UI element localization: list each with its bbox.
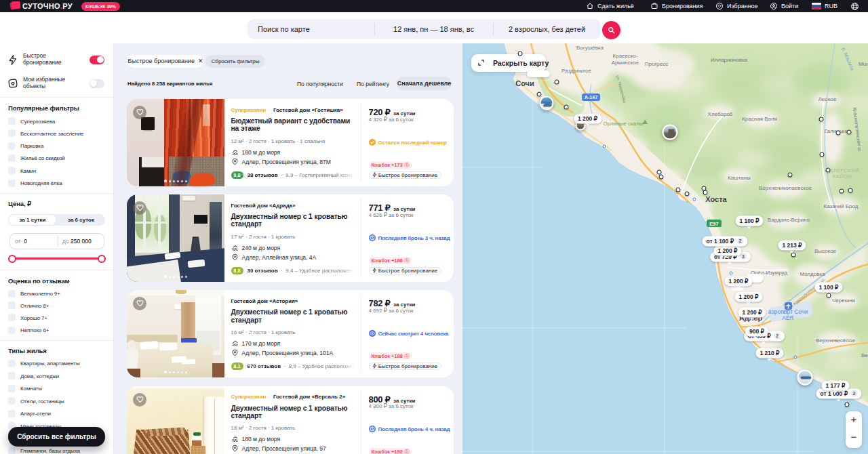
svg-text:Е97: Е97 (709, 221, 718, 227)
svg-text:Красная Воля: Красная Воля (742, 116, 777, 122)
svg-text:Мона: Мона (859, 61, 868, 67)
svg-text:РАЙОН: РАЙОН (833, 173, 852, 180)
svg-text:Верхнениколаевское: Верхнениколаевское (759, 185, 812, 191)
svg-text:Орлиные скалы: Орлиные скалы (604, 121, 644, 127)
svg-text:Верхневесёлое: Верхневесёлое (816, 337, 855, 344)
svg-text:Прогресс: Прогресс (645, 61, 668, 67)
svg-text:Богушёвка: Богушёвка (576, 45, 604, 51)
svg-text:Хоста: Хоста (705, 195, 727, 203)
svg-text:AER: AER (782, 314, 793, 321)
svg-text:Раздольное: Раздольное (561, 68, 592, 74)
svg-text:Весё: Весё (861, 352, 868, 358)
svg-text:Казачий Брод: Казачий Брод (824, 203, 859, 209)
svg-text:Вардане-Верино: Вардане-Верино (768, 217, 810, 223)
svg-text:Хлебороб: Хлебороб (708, 111, 733, 117)
svg-text:Высокое: Высокое (814, 248, 837, 254)
svg-text:Черешня: Черешня (832, 297, 855, 304)
svg-text:Каштаны: Каштаны (728, 175, 751, 181)
svg-text:А-147: А-147 (585, 94, 598, 100)
svg-text:Краевско-: Краевско- (613, 53, 638, 59)
svg-text:Лесное: Лесное (818, 96, 837, 102)
svg-text:Сочи: Сочи (515, 79, 534, 87)
svg-text:Илларионовка: Илларионовка (711, 57, 748, 63)
svg-text:Армянское: Армянское (612, 60, 639, 66)
svg-text:Молдовка: Молдовка (800, 271, 825, 277)
